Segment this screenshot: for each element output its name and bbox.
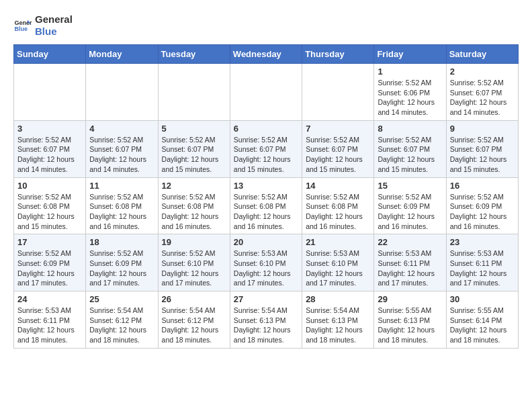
day-number: 9 xyxy=(450,124,515,134)
day-number: 20 xyxy=(234,237,298,247)
day-number: 15 xyxy=(378,181,442,191)
day-number: 7 xyxy=(306,124,370,134)
weekday-header-saturday: Saturday xyxy=(446,45,518,64)
calendar-cell xyxy=(230,64,302,121)
day-info: Sunrise: 5:52 AMSunset: 6:07 PMDaylight:… xyxy=(450,135,515,175)
calendar-cell: 4Sunrise: 5:52 AMSunset: 6:07 PMDaylight… xyxy=(86,120,158,177)
day-number: 11 xyxy=(89,181,154,191)
day-info: Sunrise: 5:55 AMSunset: 6:13 PMDaylight:… xyxy=(378,306,442,345)
calendar-cell xyxy=(158,64,230,121)
day-number: 4 xyxy=(89,124,154,134)
day-number: 10 xyxy=(17,181,82,191)
day-number: 24 xyxy=(17,294,82,304)
day-number: 14 xyxy=(306,181,370,191)
day-info: Sunrise: 5:52 AMSunset: 6:10 PMDaylight:… xyxy=(162,248,226,288)
calendar-cell: 20Sunrise: 5:53 AMSunset: 6:10 PMDayligh… xyxy=(230,234,302,291)
calendar-cell: 28Sunrise: 5:54 AMSunset: 6:13 PMDayligh… xyxy=(302,291,374,349)
day-number: 16 xyxy=(450,181,515,191)
calendar-cell: 19Sunrise: 5:52 AMSunset: 6:10 PMDayligh… xyxy=(158,234,230,291)
page-header: General Blue General Blue xyxy=(13,13,519,38)
day-info: Sunrise: 5:54 AMSunset: 6:13 PMDaylight:… xyxy=(234,306,298,345)
day-number: 28 xyxy=(306,294,370,304)
day-number: 6 xyxy=(234,124,298,134)
calendar-cell: 12Sunrise: 5:52 AMSunset: 6:08 PMDayligh… xyxy=(158,177,230,234)
calendar-cell: 14Sunrise: 5:52 AMSunset: 6:08 PMDayligh… xyxy=(302,177,374,234)
calendar-cell xyxy=(14,64,86,121)
day-number: 2 xyxy=(450,66,515,77)
day-info: Sunrise: 5:52 AMSunset: 6:08 PMDaylight:… xyxy=(17,192,82,232)
calendar-cell xyxy=(86,64,158,121)
svg-text:Blue: Blue xyxy=(14,26,28,32)
day-number: 12 xyxy=(162,181,226,191)
day-info: Sunrise: 5:52 AMSunset: 6:08 PMDaylight:… xyxy=(162,192,226,232)
calendar-cell: 3Sunrise: 5:52 AMSunset: 6:07 PMDaylight… xyxy=(14,120,86,177)
calendar-cell: 11Sunrise: 5:52 AMSunset: 6:08 PMDayligh… xyxy=(86,177,158,234)
weekday-header-thursday: Thursday xyxy=(302,45,374,64)
day-info: Sunrise: 5:52 AMSunset: 6:07 PMDaylight:… xyxy=(89,135,154,175)
day-number: 23 xyxy=(450,237,515,247)
day-number: 1 xyxy=(378,66,442,77)
day-info: Sunrise: 5:52 AMSunset: 6:09 PMDaylight:… xyxy=(89,248,154,288)
calendar-cell: 9Sunrise: 5:52 AMSunset: 6:07 PMDaylight… xyxy=(446,120,518,177)
day-number: 3 xyxy=(17,124,82,134)
day-info: Sunrise: 5:52 AMSunset: 6:07 PMDaylight:… xyxy=(450,78,515,118)
day-info: Sunrise: 5:52 AMSunset: 6:07 PMDaylight:… xyxy=(306,135,370,175)
calendar-cell: 15Sunrise: 5:52 AMSunset: 6:09 PMDayligh… xyxy=(374,177,446,234)
day-info: Sunrise: 5:52 AMSunset: 6:07 PMDaylight:… xyxy=(17,135,82,175)
day-number: 5 xyxy=(162,124,226,134)
calendar-cell: 8Sunrise: 5:52 AMSunset: 6:07 PMDaylight… xyxy=(374,120,446,177)
week-row-3: 10Sunrise: 5:52 AMSunset: 6:08 PMDayligh… xyxy=(14,177,519,234)
week-row-5: 24Sunrise: 5:53 AMSunset: 6:11 PMDayligh… xyxy=(14,291,519,349)
calendar-cell xyxy=(302,64,374,121)
calendar-cell: 2Sunrise: 5:52 AMSunset: 6:07 PMDaylight… xyxy=(446,64,518,121)
day-number: 26 xyxy=(162,294,226,304)
day-info: Sunrise: 5:54 AMSunset: 6:12 PMDaylight:… xyxy=(89,306,154,345)
day-info: Sunrise: 5:53 AMSunset: 6:11 PMDaylight:… xyxy=(378,248,442,288)
day-info: Sunrise: 5:52 AMSunset: 6:07 PMDaylight:… xyxy=(234,135,298,175)
day-number: 22 xyxy=(378,237,442,247)
calendar-cell: 10Sunrise: 5:52 AMSunset: 6:08 PMDayligh… xyxy=(14,177,86,234)
day-number: 18 xyxy=(89,237,154,247)
logo-line2: Blue xyxy=(35,26,73,38)
day-number: 13 xyxy=(234,181,298,191)
week-row-4: 17Sunrise: 5:52 AMSunset: 6:09 PMDayligh… xyxy=(14,234,519,291)
calendar-cell: 27Sunrise: 5:54 AMSunset: 6:13 PMDayligh… xyxy=(230,291,302,349)
day-number: 17 xyxy=(17,237,82,247)
calendar-cell: 17Sunrise: 5:52 AMSunset: 6:09 PMDayligh… xyxy=(14,234,86,291)
day-info: Sunrise: 5:53 AMSunset: 6:11 PMDaylight:… xyxy=(450,248,515,288)
calendar-cell: 18Sunrise: 5:52 AMSunset: 6:09 PMDayligh… xyxy=(86,234,158,291)
calendar-cell: 5Sunrise: 5:52 AMSunset: 6:07 PMDaylight… xyxy=(158,120,230,177)
calendar-cell: 6Sunrise: 5:52 AMSunset: 6:07 PMDaylight… xyxy=(230,120,302,177)
day-info: Sunrise: 5:52 AMSunset: 6:07 PMDaylight:… xyxy=(162,135,226,175)
day-info: Sunrise: 5:52 AMSunset: 6:09 PMDaylight:… xyxy=(450,192,515,232)
week-row-2: 3Sunrise: 5:52 AMSunset: 6:07 PMDaylight… xyxy=(14,120,519,177)
logo-icon: General Blue xyxy=(13,16,32,35)
weekday-header-monday: Monday xyxy=(86,45,158,64)
calendar-cell: 26Sunrise: 5:54 AMSunset: 6:12 PMDayligh… xyxy=(158,291,230,349)
week-row-1: 1Sunrise: 5:52 AMSunset: 6:06 PMDaylight… xyxy=(14,64,519,121)
logo: General Blue General Blue xyxy=(13,13,73,38)
day-number: 30 xyxy=(450,294,515,304)
day-number: 19 xyxy=(162,237,226,247)
calendar-cell: 22Sunrise: 5:53 AMSunset: 6:11 PMDayligh… xyxy=(374,234,446,291)
calendar-table: SundayMondayTuesdayWednesdayThursdayFrid… xyxy=(13,44,519,349)
day-number: 27 xyxy=(234,294,298,304)
day-info: Sunrise: 5:52 AMSunset: 6:08 PMDaylight:… xyxy=(234,192,298,232)
day-number: 29 xyxy=(378,294,442,304)
weekday-header-row: SundayMondayTuesdayWednesdayThursdayFrid… xyxy=(14,45,519,64)
calendar-cell: 25Sunrise: 5:54 AMSunset: 6:12 PMDayligh… xyxy=(86,291,158,349)
day-info: Sunrise: 5:53 AMSunset: 6:10 PMDaylight:… xyxy=(234,248,298,288)
day-info: Sunrise: 5:52 AMSunset: 6:08 PMDaylight:… xyxy=(306,192,370,232)
logo-line1: General xyxy=(35,13,73,26)
weekday-header-wednesday: Wednesday xyxy=(230,45,302,64)
calendar-cell: 30Sunrise: 5:55 AMSunset: 6:14 PMDayligh… xyxy=(446,291,518,349)
day-info: Sunrise: 5:52 AMSunset: 6:07 PMDaylight:… xyxy=(378,135,442,175)
calendar-cell: 7Sunrise: 5:52 AMSunset: 6:07 PMDaylight… xyxy=(302,120,374,177)
day-number: 25 xyxy=(89,294,154,304)
day-info: Sunrise: 5:53 AMSunset: 6:11 PMDaylight:… xyxy=(17,306,82,345)
day-number: 8 xyxy=(378,124,442,134)
day-info: Sunrise: 5:53 AMSunset: 6:10 PMDaylight:… xyxy=(306,248,370,288)
day-info: Sunrise: 5:52 AMSunset: 6:06 PMDaylight:… xyxy=(378,78,442,118)
calendar-cell: 21Sunrise: 5:53 AMSunset: 6:10 PMDayligh… xyxy=(302,234,374,291)
day-info: Sunrise: 5:52 AMSunset: 6:09 PMDaylight:… xyxy=(17,248,82,288)
